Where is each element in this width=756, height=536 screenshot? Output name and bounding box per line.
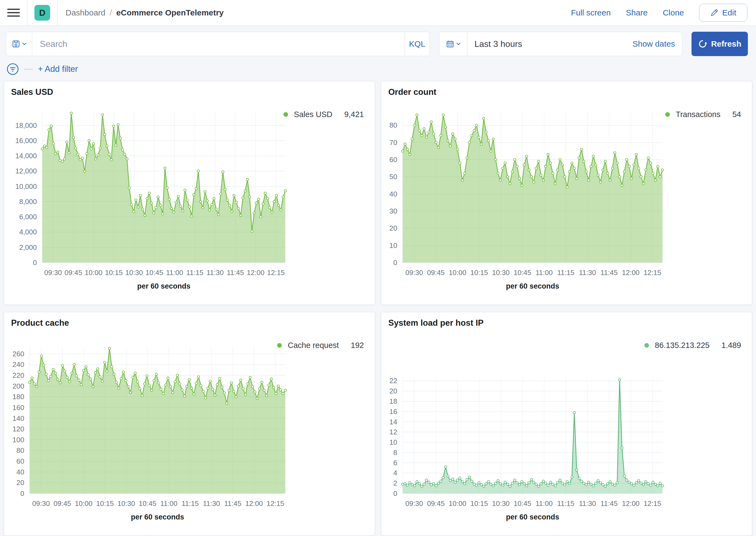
panel-title: Product cache (11, 318, 69, 328)
svg-text:10:00: 10:00 (449, 269, 466, 277)
share-button[interactable]: Share (626, 8, 648, 17)
svg-text:60: 60 (16, 457, 24, 465)
svg-text:11:00: 11:00 (160, 499, 178, 508)
svg-text:12:00: 12:00 (622, 499, 640, 508)
svg-text:10:45: 10:45 (514, 499, 531, 508)
svg-text:09:30: 09:30 (32, 499, 50, 508)
svg-text:40: 40 (16, 468, 24, 476)
svg-text:10,000: 10,000 (15, 183, 37, 190)
legend-value: 9,421 (344, 110, 364, 119)
panel-title: System load per host IP (388, 318, 483, 328)
legend-item[interactable]: Sales USD 9,421 (283, 110, 364, 119)
svg-text:10:15: 10:15 (96, 499, 114, 508)
show-dates-button[interactable]: Show dates (633, 39, 682, 49)
menu-button[interactable] (0, 0, 27, 25)
panel-system-load: 024681012141618202209:3009:4510:0010:151… (381, 312, 752, 536)
svg-text:12: 12 (389, 428, 397, 436)
filter-divider (24, 69, 33, 70)
svg-text:40: 40 (389, 190, 397, 198)
edit-button[interactable]: Edit (699, 4, 747, 22)
legend-dot-icon (644, 343, 649, 348)
full-screen-button[interactable]: Full screen (571, 8, 611, 17)
svg-text:11:30: 11:30 (203, 499, 220, 508)
svg-text:11:45: 11:45 (224, 499, 241, 508)
svg-text:10: 10 (389, 242, 397, 250)
svg-text:8,000: 8,000 (19, 198, 37, 206)
panel-title: Order count (388, 87, 436, 97)
legend-dot-icon (665, 112, 670, 117)
svg-text:0: 0 (393, 489, 397, 497)
svg-text:22: 22 (389, 377, 397, 385)
svg-text:12:00: 12:00 (622, 269, 640, 277)
svg-text:11:30: 11:30 (579, 269, 596, 277)
svg-text:10:45: 10:45 (139, 499, 156, 508)
svg-text:60: 60 (389, 155, 397, 164)
svg-text:per 60 seconds: per 60 seconds (506, 282, 559, 290)
saved-query-menu-button[interactable] (6, 32, 32, 56)
save-icon (12, 40, 20, 48)
svg-text:4,000: 4,000 (19, 228, 37, 236)
svg-text:0: 0 (393, 258, 397, 267)
svg-text:10:15: 10:15 (471, 499, 488, 508)
svg-text:8: 8 (393, 449, 397, 456)
filter-bar: + Add filter (7, 63, 756, 76)
date-quick-select-button[interactable] (439, 32, 467, 56)
svg-text:10:00: 10:00 (85, 269, 102, 277)
legend-item[interactable]: 86.135.213.225 1.489 (644, 341, 741, 350)
svg-text:14: 14 (389, 418, 397, 426)
refresh-button[interactable]: Refresh (692, 32, 748, 56)
date-picker: Last 3 hours Show dates (439, 32, 682, 56)
svg-text:2: 2 (393, 479, 397, 487)
svg-text:11:30: 11:30 (579, 499, 596, 508)
svg-text:09:30: 09:30 (405, 269, 423, 277)
svg-text:120: 120 (13, 425, 24, 433)
svg-text:09:30: 09:30 (44, 269, 62, 277)
legend-item[interactable]: Transactions 54 (665, 110, 741, 119)
legend-label: Cache request (288, 341, 339, 350)
svg-text:200: 200 (13, 382, 24, 390)
svg-text:20: 20 (389, 387, 397, 395)
svg-text:12:15: 12:15 (643, 499, 661, 508)
svg-text:10:45: 10:45 (146, 269, 163, 277)
query-language-button[interactable]: KQL (405, 32, 430, 56)
svg-text:10: 10 (389, 438, 397, 446)
chevron-down-icon (456, 42, 461, 46)
svg-text:30: 30 (389, 207, 397, 215)
time-range-value[interactable]: Last 3 hours (467, 39, 522, 49)
breadcrumb-dashboard[interactable]: Dashboard (66, 8, 105, 17)
panel-product-cache: 02040608010012014016018020022024026009:3… (4, 312, 375, 536)
svg-text:16: 16 (389, 408, 397, 416)
svg-text:6,000: 6,000 (19, 213, 37, 221)
svg-text:09:45: 09:45 (427, 269, 445, 277)
svg-text:10:30: 10:30 (117, 499, 135, 508)
svg-text:18,000: 18,000 (15, 121, 37, 129)
legend-item[interactable]: Cache request 192 (277, 341, 364, 350)
app-header: D Dashboard / eCommerce OpenTelemetry Fu… (0, 0, 756, 26)
svg-text:10:45: 10:45 (514, 269, 531, 277)
page-title: eCommerce OpenTelemetry (116, 8, 223, 17)
panel-order-count: 0102030405060708009:3009:4510:0010:1510:… (381, 81, 752, 305)
legend-dot-icon (283, 112, 288, 117)
svg-text:240: 240 (13, 360, 24, 369)
filter-icon[interactable] (7, 63, 19, 75)
svg-text:260: 260 (13, 350, 24, 358)
svg-text:50: 50 (389, 173, 397, 181)
svg-text:180: 180 (13, 393, 24, 401)
header-actions: Full screen Share Clone Edit (571, 4, 756, 22)
svg-text:09:45: 09:45 (427, 499, 445, 508)
svg-text:11:00: 11:00 (536, 269, 553, 277)
clone-button[interactable]: Clone (663, 8, 684, 17)
space-avatar[interactable]: D (34, 5, 50, 20)
legend-label: 86.135.213.225 (655, 341, 710, 350)
svg-text:10:15: 10:15 (471, 269, 488, 277)
svg-text:11:15: 11:15 (557, 269, 574, 277)
svg-text:12:15: 12:15 (267, 499, 284, 508)
svg-text:11:15: 11:15 (186, 269, 204, 277)
search-input[interactable]: Search (32, 39, 405, 49)
svg-text:10:00: 10:00 (449, 499, 466, 508)
svg-text:10:00: 10:00 (75, 499, 92, 508)
svg-text:09:45: 09:45 (64, 269, 82, 277)
add-filter-button[interactable]: + Add filter (38, 64, 78, 74)
svg-text:10:15: 10:15 (105, 269, 123, 277)
panel-sales-usd: 02,0004,0006,0008,00010,00012,00014,0001… (4, 81, 375, 305)
